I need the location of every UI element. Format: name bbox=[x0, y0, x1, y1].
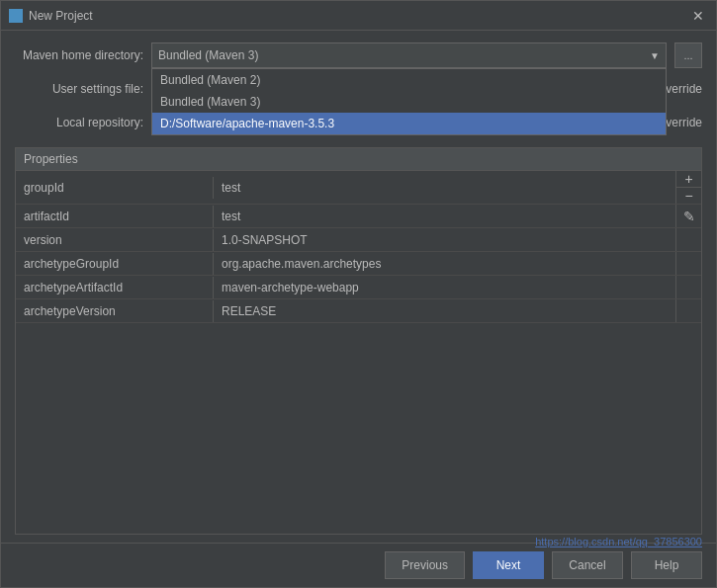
local-repo-label: Local repository: bbox=[15, 116, 143, 129]
dropdown-item-maven3[interactable]: Bundled (Maven 3) bbox=[152, 91, 666, 113]
prop-actions-col4 bbox=[675, 252, 701, 275]
prop-actions-col6 bbox=[675, 299, 701, 322]
footer: https://blog.csdn.net/qq_37856300 Previo… bbox=[1, 543, 716, 587]
remove-property-button[interactable]: − bbox=[676, 188, 701, 204]
prop-val-archetype-group: org.apache.maven.archetypes bbox=[214, 253, 675, 275]
cancel-button[interactable]: Cancel bbox=[552, 551, 623, 579]
previous-button[interactable]: Previous bbox=[385, 551, 465, 579]
dropdown-arrow-icon: ▼ bbox=[650, 50, 660, 61]
maven-dropdown-container: Bundled (Maven 3) ▼ Bundled (Maven 2) Bu… bbox=[151, 42, 667, 68]
close-button[interactable]: ✕ bbox=[688, 8, 708, 24]
table-row: groupId test + − bbox=[16, 171, 701, 205]
dialog-icon bbox=[9, 9, 23, 23]
table-row: archetypeArtifactId maven-archetype-weba… bbox=[16, 276, 701, 299]
prop-val-version: 1.0-SNAPSHOT bbox=[214, 229, 675, 251]
prop-actions-col: + − bbox=[675, 171, 701, 204]
next-button[interactable]: Next bbox=[473, 551, 544, 579]
table-row: archetypeVersion RELEASE bbox=[16, 299, 701, 323]
prop-val-groupid: test bbox=[214, 177, 675, 199]
edit-property-button[interactable]: ✎ bbox=[676, 205, 701, 227]
add-property-button[interactable]: + bbox=[676, 171, 701, 188]
prop-key-archetype-group: archetypeGroupId bbox=[16, 253, 214, 275]
help-button[interactable]: Help bbox=[631, 551, 702, 579]
content-area: Maven home directory: Bundled (Maven 3) … bbox=[1, 31, 716, 543]
watermark: https://blog.csdn.net/qq_37856300 bbox=[535, 536, 702, 547]
dialog: New Project ✕ Maven home directory: Bund… bbox=[0, 0, 717, 588]
user-settings-label: User settings file: bbox=[15, 82, 143, 96]
maven-home-row: Maven home directory: Bundled (Maven 3) … bbox=[15, 42, 702, 68]
prop-actions-col2: ✎ bbox=[675, 205, 701, 227]
prop-key-archetype-artifact: archetypeArtifactId bbox=[16, 277, 214, 298]
dropdown-item-maven2[interactable]: Bundled (Maven 2) bbox=[152, 69, 666, 91]
properties-header: Properties bbox=[16, 148, 701, 171]
properties-table: groupId test + − artifactId test ✎ versi… bbox=[16, 171, 701, 534]
dialog-title: New Project bbox=[29, 9, 682, 23]
maven-dropdown-menu: Bundled (Maven 2) Bundled (Maven 3) D:/S… bbox=[151, 68, 667, 135]
maven-dropdown-value: Bundled (Maven 3) bbox=[158, 48, 258, 62]
table-row: version 1.0-SNAPSHOT bbox=[16, 228, 701, 252]
title-bar: New Project ✕ bbox=[1, 1, 716, 31]
dropdown-item-custom[interactable]: D:/Software/apache-maven-3.5.3 bbox=[152, 113, 666, 134]
prop-key-archetype-version: archetypeVersion bbox=[16, 300, 214, 322]
prop-key-groupid: groupId bbox=[16, 177, 214, 199]
prop-actions-col5 bbox=[675, 276, 701, 298]
prop-actions-col3 bbox=[675, 228, 701, 251]
prop-val-archetype-version: RELEASE bbox=[214, 300, 675, 322]
maven-browse-button[interactable]: ... bbox=[674, 42, 702, 68]
prop-val-artifactid: test bbox=[214, 206, 675, 227]
prop-key-version: version bbox=[16, 229, 214, 251]
maven-home-label: Maven home directory: bbox=[15, 48, 143, 62]
table-row: artifactId test ✎ bbox=[16, 205, 701, 228]
maven-dropdown[interactable]: Bundled (Maven 3) ▼ bbox=[151, 42, 667, 68]
table-row: archetypeGroupId org.apache.maven.archet… bbox=[16, 252, 701, 276]
prop-val-archetype-artifact: maven-archetype-webapp bbox=[214, 277, 675, 298]
properties-empty-space bbox=[16, 323, 701, 534]
prop-key-artifactid: artifactId bbox=[16, 206, 214, 227]
properties-section: Properties groupId test + − artifactId t… bbox=[15, 147, 702, 535]
